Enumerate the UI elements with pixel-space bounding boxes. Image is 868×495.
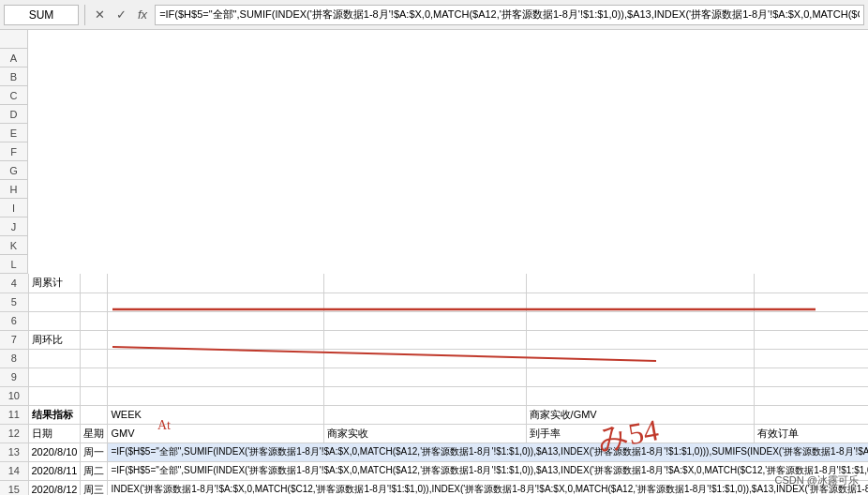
cell-C11[interactable]: WEEK: [108, 405, 324, 424]
cell-E5[interactable]: [526, 292, 754, 311]
col-L[interactable]: L: [0, 255, 28, 274]
cell-A4[interactable]: 周累计: [28, 274, 81, 292]
cell-E9[interactable]: [526, 368, 754, 386]
formula-input[interactable]: [155, 5, 864, 25]
table-row: 5 平台： 美团: [0, 292, 868, 311]
cell-E11[interactable]: 商家实收/GMV: [526, 405, 754, 424]
cancel-button[interactable]: ✕: [91, 5, 109, 25]
col-G[interactable]: G: [0, 161, 28, 180]
cell-B8[interactable]: [81, 349, 108, 368]
cell-F9[interactable]: [755, 368, 868, 386]
cell-A7[interactable]: 周环比: [28, 330, 81, 349]
cell-A12[interactable]: 日期: [28, 424, 81, 442]
cell-C10[interactable]: [108, 386, 324, 405]
cell-B7[interactable]: [81, 330, 108, 349]
col-B[interactable]: B: [0, 68, 28, 86]
cell-B14[interactable]: 周二: [81, 461, 108, 480]
cell-A11[interactable]: 结果指标: [28, 405, 81, 424]
table-row: 6 业务进度: [0, 311, 868, 330]
cell-B12[interactable]: 星期: [81, 424, 108, 442]
cell-E6[interactable]: [526, 311, 754, 330]
cell-D9[interactable]: [324, 368, 526, 386]
cell-A8[interactable]: [28, 349, 81, 368]
col-D[interactable]: D: [0, 105, 28, 124]
table-row: 9: [0, 368, 868, 386]
table-row: 11 结果指标 WEEK 商家实收/GMV GMV/有效订单: [0, 405, 868, 424]
row-num-13: 13: [0, 442, 28, 461]
cell-C12[interactable]: GMV: [108, 424, 324, 442]
cell-C5[interactable]: [108, 292, 324, 311]
sheet-body: A B C D E F G H I J K L 4 周累计: [0, 30, 868, 495]
cell-B13[interactable]: 周一: [81, 442, 108, 461]
cell-C9[interactable]: [108, 368, 324, 386]
row-num-8: 8: [0, 349, 28, 368]
cell-C8[interactable]: [108, 349, 324, 368]
cell-F11[interactable]: [755, 405, 868, 424]
col-A[interactable]: A: [0, 49, 28, 68]
cell-C6[interactable]: [108, 311, 324, 330]
cell-E4[interactable]: [526, 274, 754, 292]
cell-B9[interactable]: [81, 368, 108, 386]
cell-C4[interactable]: [108, 274, 324, 292]
cell-D10[interactable]: [324, 386, 526, 405]
cell-C7[interactable]: [108, 330, 324, 349]
cell-B10[interactable]: [81, 386, 108, 405]
table-row: 12 日期 星期 GMV 商家实收 到手率 有效订单 无效订单 客单价 日期列: [0, 424, 868, 442]
name-box[interactable]: SUM: [4, 5, 79, 25]
col-header-row: A B C D E F G H I J K L: [0, 30, 868, 274]
row-num-7: 7: [0, 330, 28, 349]
cell-F7[interactable]: [755, 330, 868, 349]
table-row: 8 目标:: [0, 349, 868, 368]
col-K[interactable]: K: [0, 236, 28, 255]
cell-C13[interactable]: =IF($H$5="全部",SUMIF(INDEX('拼客源数据1-8月'!$A…: [108, 442, 868, 461]
cell-D8[interactable]: [324, 349, 526, 368]
formula-bar-container: SUM ✕ ✓ fx: [0, 0, 868, 30]
cell-A5[interactable]: [28, 292, 81, 311]
cell-B15[interactable]: 周三: [81, 480, 108, 495]
col-I[interactable]: I: [0, 199, 28, 218]
table-row: 7 周环比: [0, 330, 868, 349]
cell-F12[interactable]: 有效订单: [755, 424, 868, 442]
cell-E7[interactable]: [526, 330, 754, 349]
fx-icon: fx: [134, 8, 151, 22]
cell-E8[interactable]: [526, 349, 754, 368]
cell-D5[interactable]: [324, 292, 526, 311]
cell-D4[interactable]: [324, 274, 526, 292]
cell-F6[interactable]: [755, 311, 868, 330]
table-row: 14 2020/8/11 周二 =IF($H$5="全部",SUMIF(INDE…: [0, 461, 868, 480]
cell-A15[interactable]: 2020/8/12: [28, 480, 81, 495]
cell-B11[interactable]: [81, 405, 108, 424]
cell-F5[interactable]: [755, 292, 868, 311]
col-F[interactable]: F: [0, 142, 28, 161]
cell-F10[interactable]: [755, 386, 868, 405]
cell-B4[interactable]: [81, 274, 108, 292]
cell-D7[interactable]: [324, 330, 526, 349]
cell-C14[interactable]: =IF($H$5="全部",SUMIF(INDEX('拼客源数据1-8月'!$A…: [108, 461, 868, 480]
cell-D11[interactable]: [324, 405, 526, 424]
cell-A10[interactable]: [28, 386, 81, 405]
cell-A9[interactable]: [28, 368, 81, 386]
cell-D12[interactable]: 商家实收: [324, 424, 526, 442]
row-num-11: 11: [0, 405, 28, 424]
cell-E10[interactable]: [526, 386, 754, 405]
col-E[interactable]: E: [0, 124, 28, 142]
formula-divider: [84, 5, 85, 25]
cell-A6[interactable]: [28, 311, 81, 330]
cell-B5[interactable]: [81, 292, 108, 311]
col-J[interactable]: J: [0, 218, 28, 236]
cell-D6[interactable]: [324, 311, 526, 330]
csdn-watermark: CSDN @冰露可乐: [775, 473, 859, 488]
col-C[interactable]: C: [0, 86, 28, 105]
row-num-5: 5: [0, 292, 28, 311]
col-H[interactable]: H: [0, 180, 28, 199]
cell-F8[interactable]: [755, 349, 868, 368]
confirm-button[interactable]: ✓: [112, 5, 130, 25]
cell-B6[interactable]: [81, 311, 108, 330]
cell-A13[interactable]: 2020/8/10: [28, 442, 81, 461]
cell-C15[interactable]: INDEX('拼客源数据1-8月'!$A:$X,0,MATCH($C12,'拼客…: [108, 480, 868, 495]
cell-F4[interactable]: [755, 274, 868, 292]
table-row: 15 2020/8/12 周三 INDEX('拼客源数据1-8月'!$A:$X,…: [0, 480, 868, 495]
cell-A14[interactable]: 2020/8/11: [28, 461, 81, 480]
cell-E12[interactable]: 到手率: [526, 424, 754, 442]
formula-icons: ✕ ✓ fx: [91, 5, 151, 25]
